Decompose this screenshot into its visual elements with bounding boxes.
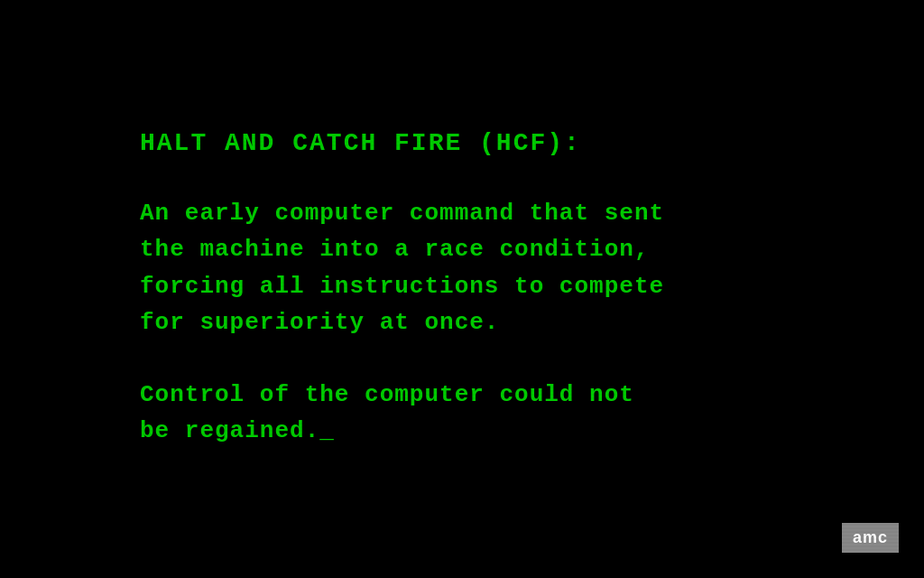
screen: HALT AND CATCH FIRE (HCF): An early comp…	[0, 0, 924, 578]
paragraph-conclusion: Control of the computer could not be reg…	[140, 377, 664, 450]
paragraph-definition: An early computer command that sent the …	[140, 195, 664, 340]
content: HALT AND CATCH FIRE (HCF): An early comp…	[140, 128, 664, 449]
amc-logo: amc	[842, 523, 899, 553]
title: HALT AND CATCH FIRE (HCF):	[140, 128, 664, 159]
